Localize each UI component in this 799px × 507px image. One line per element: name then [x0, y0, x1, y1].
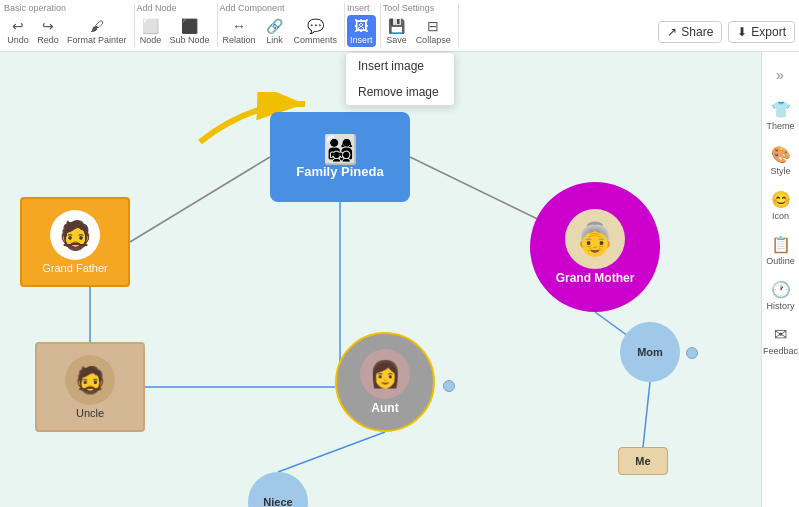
panel-outline-item[interactable]: 📋 Outline — [762, 231, 799, 270]
collapse-icon: ⊟ — [424, 17, 442, 35]
redo-button[interactable]: ↪ Redo — [34, 15, 62, 47]
add-component-buttons: ↔ Relation 🔗 Link 💬 Comments — [220, 15, 341, 47]
tool-group-insert: Insert 🖼 Insert — [347, 3, 381, 47]
collapse-panel-icon: » — [776, 67, 784, 83]
share-button[interactable]: ↗ Share — [658, 21, 722, 43]
svg-line-4 — [278, 432, 385, 472]
grandfather-label: Grand Father — [42, 262, 107, 274]
uncle-avatar: 🧔 — [65, 355, 115, 405]
insert-button[interactable]: 🖼 Insert — [347, 15, 376, 47]
panel-style-item[interactable]: 🎨 Style — [762, 141, 799, 180]
panel-theme-item[interactable]: 👕 Theme — [762, 96, 799, 135]
link-icon: 🔗 — [266, 17, 284, 35]
comments-button[interactable]: 💬 Comments — [291, 15, 341, 47]
aunt-connector-dot — [443, 380, 455, 392]
canvas: 👨‍👩‍👧‍👦 Family Pineda 🧔 Grand Father 👵 G… — [0, 52, 761, 507]
feedback-icon: ✉ — [774, 325, 787, 344]
uncle-label: Uncle — [76, 407, 104, 419]
export-icon: ⬇ — [737, 25, 747, 39]
remove-image-item[interactable]: Remove image — [346, 79, 454, 105]
tool-group-basic-label: Basic operation — [4, 3, 66, 13]
history-icon: 🕐 — [771, 280, 791, 299]
share-export-area: ↗ Share ⬇ Export — [658, 21, 795, 47]
node-icon: ⬜ — [142, 17, 160, 35]
style-icon: 🎨 — [771, 145, 791, 164]
export-button[interactable]: ⬇ Export — [728, 21, 795, 43]
niece-node[interactable]: Niece — [248, 472, 308, 507]
undo-icon: ↩ — [9, 17, 27, 35]
format-painter-button[interactable]: 🖌 Format Painter — [64, 15, 130, 47]
insert-icon: 🖼 — [352, 17, 370, 35]
collapse-button[interactable]: ⊟ Collapse — [413, 15, 454, 47]
niece-label: Niece — [263, 496, 292, 507]
tool-settings-buttons: 💾 Save ⊟ Collapse — [383, 15, 454, 47]
link-button[interactable]: 🔗 Link — [261, 15, 289, 47]
tool-group-add-component: Add Component ↔ Relation 🔗 Link 💬 Commen… — [220, 3, 346, 47]
tool-group-add-node-label: Add Node — [137, 3, 177, 13]
save-icon: 💾 — [388, 17, 406, 35]
grandfather-node[interactable]: 🧔 Grand Father — [20, 197, 130, 287]
node-button[interactable]: ⬜ Node — [137, 15, 165, 47]
add-node-buttons: ⬜ Node ⬛ Sub Node — [137, 15, 213, 47]
outline-icon: 📋 — [771, 235, 791, 254]
panel-history-item[interactable]: 🕐 History — [762, 276, 799, 315]
insert-image-item[interactable]: Insert image — [346, 53, 454, 79]
icon-icon: 😊 — [771, 190, 791, 209]
grandmother-label: Grand Mother — [556, 271, 635, 285]
tool-group-insert-label: Insert — [347, 3, 370, 13]
insert-buttons: 🖼 Insert — [347, 15, 376, 47]
toolbar: Basic operation ↩ Undo ↪ Redo 🖌 Format P… — [0, 0, 799, 52]
family-pineda-label: Family Pineda — [296, 164, 383, 179]
family-pineda-node[interactable]: 👨‍👩‍👧‍👦 Family Pineda — [270, 112, 410, 202]
family-pineda-emoji: 👨‍👩‍👧‍👦 — [323, 136, 358, 164]
aunt-label: Aunt — [371, 401, 398, 415]
relation-button[interactable]: ↔ Relation — [220, 15, 259, 47]
format-painter-icon: 🖌 — [88, 17, 106, 35]
basic-buttons: ↩ Undo ↪ Redo 🖌 Format Painter — [4, 15, 130, 47]
tool-group-basic: Basic operation ↩ Undo ↪ Redo 🖌 Format P… — [4, 3, 135, 47]
save-button[interactable]: 💾 Save — [383, 15, 411, 47]
relation-icon: ↔ — [230, 17, 248, 35]
panel-feedback-item[interactable]: ✉ Feedbac — [762, 321, 799, 360]
mom-node[interactable]: Mom — [620, 322, 680, 382]
uncle-node[interactable]: 🧔 Uncle — [35, 342, 145, 432]
mom-label: Mom — [637, 346, 663, 358]
theme-icon: 👕 — [771, 100, 791, 119]
comments-icon: 💬 — [306, 17, 324, 35]
svg-line-0 — [130, 157, 270, 242]
sub-node-icon: ⬛ — [181, 17, 199, 35]
tool-group-tool-settings-label: Tool Settings — [383, 3, 435, 13]
panel-collapse-button[interactable]: » — [761, 60, 799, 90]
aunt-avatar: 👩 — [360, 349, 410, 399]
mom-connector-dot — [686, 347, 698, 359]
tool-group-add-node: Add Node ⬜ Node ⬛ Sub Node — [137, 3, 218, 47]
sub-node-button[interactable]: ⬛ Sub Node — [167, 15, 213, 47]
tool-group-add-component-label: Add Component — [220, 3, 285, 13]
insert-dropdown: Insert image Remove image — [345, 52, 455, 106]
tool-group-tool-settings: Tool Settings 💾 Save ⊟ Collapse — [383, 3, 459, 47]
aunt-node[interactable]: 👩 Aunt — [335, 332, 435, 432]
grandmother-avatar: 👵 — [565, 209, 625, 269]
grandfather-avatar: 🧔 — [50, 210, 100, 260]
right-panel: » 👕 Theme 🎨 Style 😊 Icon 📋 Outline 🕐 His… — [761, 52, 799, 507]
share-icon: ↗ — [667, 25, 677, 39]
svg-line-6 — [643, 382, 650, 447]
undo-button[interactable]: ↩ Undo — [4, 15, 32, 47]
me-label: Me — [635, 455, 650, 467]
redo-icon: ↪ — [39, 17, 57, 35]
panel-icon-item[interactable]: 😊 Icon — [762, 186, 799, 225]
grandmother-node[interactable]: 👵 Grand Mother — [530, 182, 660, 312]
me-node[interactable]: Me — [618, 447, 668, 475]
